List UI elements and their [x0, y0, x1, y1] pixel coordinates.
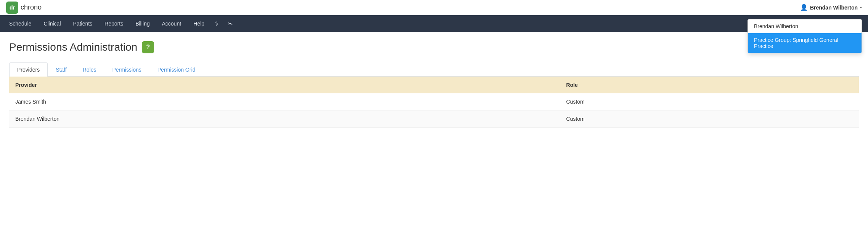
- provider-role-1: Custom: [560, 93, 859, 110]
- nav-item-billing[interactable]: Billing: [129, 15, 156, 32]
- logo-icon: dr: [6, 2, 18, 14]
- user-dropdown: Brendan Wilberton Practice Group: Spring…: [747, 19, 862, 53]
- logo-area: dr chrono: [6, 2, 42, 14]
- scissors-icon[interactable]: ✂: [223, 15, 237, 32]
- tab-staff[interactable]: Staff: [48, 62, 75, 77]
- medical-icon[interactable]: ⚕: [211, 15, 223, 32]
- dropdown-item-user[interactable]: Brendan Wilberton: [748, 19, 862, 33]
- provider-name-2: Brendan Wilberton: [9, 110, 560, 128]
- user-menu-trigger[interactable]: 👤 Brendan Wilberton ▾ Brendan Wilberton …: [800, 4, 862, 11]
- page-content: Permissions Administration ? Providers S…: [0, 32, 868, 137]
- nav-item-schedule[interactable]: Schedule: [3, 15, 37, 32]
- tab-roles[interactable]: Roles: [75, 62, 104, 77]
- top-bar: dr chrono 👤 Brendan Wilberton ▾ Brendan …: [0, 0, 868, 15]
- logo-letters: dr: [10, 5, 15, 11]
- caret-icon: ▾: [860, 5, 862, 10]
- table-row: Brendan Wilberton Custom: [9, 110, 859, 128]
- table-body: James Smith Custom Brendan Wilberton Cus…: [9, 93, 859, 128]
- tabs: Providers Staff Roles Permissions Permis…: [9, 62, 859, 77]
- user-icon: 👤: [800, 4, 808, 11]
- help-button[interactable]: ?: [142, 41, 154, 53]
- nav-item-help[interactable]: Help: [187, 15, 211, 32]
- logo-wordmark: chrono: [21, 3, 42, 11]
- nav-bar: Schedule Clinical Patients Reports Billi…: [0, 15, 868, 32]
- page-title-area: Permissions Administration ?: [9, 41, 859, 53]
- provider-role-2: Custom: [560, 110, 859, 128]
- table-header: Provider Role: [9, 77, 859, 93]
- dropdown-item-practice[interactable]: Practice Group: Springfield General Prac…: [748, 33, 862, 53]
- page-title: Permissions Administration: [9, 41, 137, 53]
- header-provider: Provider: [9, 77, 560, 93]
- header-role: Role: [560, 77, 859, 93]
- user-name: Brendan Wilberton: [810, 5, 858, 11]
- nav-item-patients[interactable]: Patients: [67, 15, 99, 32]
- tab-permissions[interactable]: Permissions: [104, 62, 149, 77]
- tab-providers[interactable]: Providers: [9, 62, 48, 77]
- providers-table: Provider Role James Smith Custom Brendan…: [9, 77, 859, 128]
- nav-item-reports[interactable]: Reports: [98, 15, 129, 32]
- tab-permission-grid[interactable]: Permission Grid: [149, 62, 204, 77]
- nav-item-account[interactable]: Account: [156, 15, 188, 32]
- table-row: James Smith Custom: [9, 93, 859, 110]
- provider-name-1: James Smith: [9, 93, 560, 110]
- nav-item-clinical[interactable]: Clinical: [37, 15, 67, 32]
